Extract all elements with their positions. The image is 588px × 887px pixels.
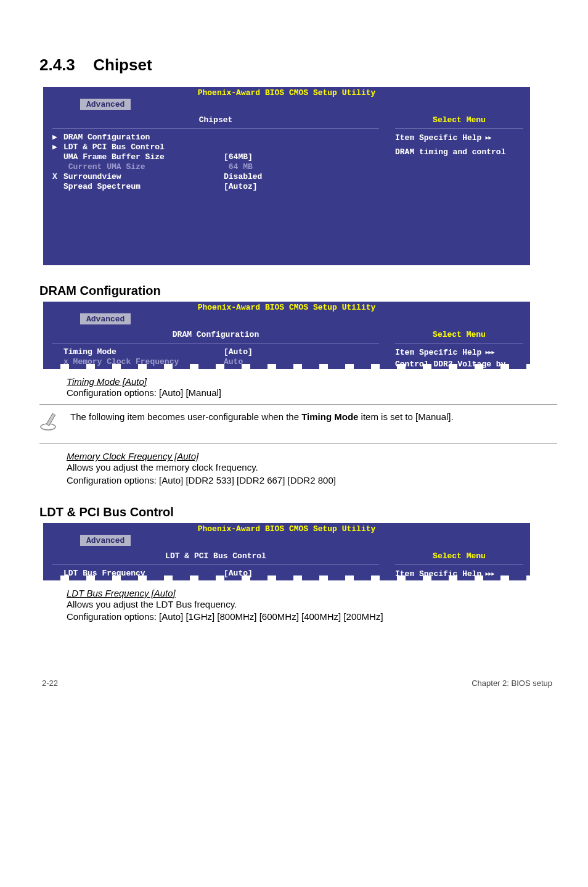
select-menu-header: Select Menu [395, 551, 523, 565]
cfg-value: Auto [224, 357, 243, 367]
blank-marker [52, 569, 63, 579]
help-line: Control DDR2 Voltage by software [395, 360, 523, 378]
subsection-heading-dram: DRAM Configuration [39, 284, 557, 298]
page-footer: 2-22 Chapter 2: BIOS setup [37, 679, 557, 688]
footer-chapter: Chapter 2: BIOS setup [472, 679, 552, 688]
cfg-row-ldt-pci[interactable]: ▶ LDT & PCI Bus Control [52, 142, 379, 152]
cfg-row-current-uma: Current UMA Size 64 MB [52, 162, 379, 172]
item-title-ldt-freq: LDT Bus Frequency [Auto] [67, 588, 557, 598]
select-menu-header: Select Menu [395, 330, 523, 344]
bios-chipset-panel: Phoenix-Award BIOS CMOS Setup Utility Ad… [43, 87, 530, 265]
select-menu-header: Select Menu [395, 115, 523, 129]
blank-marker [52, 182, 63, 192]
ldt-left-pane: LDT & PCI Bus Control LDT Bus Frequency … [43, 547, 388, 576]
disabled-marker-icon: X [52, 172, 63, 182]
cfg-value: [64MB] [224, 152, 253, 162]
bios-title-bar: Phoenix-Award BIOS CMOS Setup Utility [43, 302, 530, 313]
cfg-row-spread-spectrum[interactable]: Spread Spectreum [Autoz] [52, 182, 379, 192]
blank-marker [52, 162, 63, 172]
chipset-help-pane: Select Menu Item Specific Help DRAM timi… [388, 111, 530, 265]
cfg-label: Timing Mode [63, 347, 224, 357]
item-body-timing-mode: Configuration options: [Auto] [Manual] [67, 387, 539, 399]
bios-tab-row: Advanced [43, 535, 530, 546]
cfg-row-timing-mode[interactable]: Timing Mode [Auto] [52, 347, 379, 357]
ldt-pane-title: LDT & PCI Bus Control [52, 551, 379, 565]
item-body-memclk-2: Configuration options: [Auto] [DDR2 533]… [67, 474, 539, 487]
cfg-row-dram-config[interactable]: ▶ DRAM Configuration [52, 133, 379, 142]
bios-ldt-panel: Phoenix-Award BIOS CMOS Setup Utility Ad… [43, 523, 530, 576]
bios-tab-row: Advanced [43, 99, 530, 110]
cfg-value: Disabled [224, 172, 262, 182]
item-body-ldt-1: Allows you adjust the LDT Bus frequency. [67, 598, 539, 611]
bios-title-bar: Phoenix-Award BIOS CMOS Setup Utility [43, 87, 530, 99]
help-line: DRAM timing and control [395, 147, 523, 157]
dram-help-pane: Select Menu Item Specific Help Control D… [388, 326, 530, 364]
section-title: Chipset [93, 56, 152, 74]
chipset-pane-title: Chipset [52, 115, 379, 129]
cfg-label: UMA Frame Buffer Size [63, 152, 224, 162]
blank-marker [52, 152, 63, 162]
help-line: Item Specific Help [395, 347, 523, 357]
cfg-value: 64 MB [224, 162, 253, 172]
pencil-note-icon [39, 412, 70, 434]
help-line: Item Specific Help [395, 569, 523, 579]
cfg-label: Surroundview [63, 172, 224, 182]
subsection-heading-ldt: LDT & PCI Bus Control [39, 505, 557, 519]
help-line: Item Specific Help [395, 133, 523, 142]
section-heading: 2.4.3 Chipset [39, 56, 557, 75]
cfg-label: LDT Bus Frequency [63, 569, 224, 579]
blank-marker [52, 347, 63, 357]
dram-left-pane: DRAM Configuration Timing Mode [Auto] x … [43, 326, 388, 364]
cfg-row-uma-frame[interactable]: UMA Frame Buffer Size [64MB] [52, 152, 379, 162]
cfg-label: x Memory Clock Frequency [63, 357, 224, 367]
cfg-label: Current UMA Size [63, 162, 224, 172]
tab-advanced[interactable]: Advanced [80, 535, 131, 546]
chipset-left-pane: Chipset ▶ DRAM Configuration ▶ LDT & PCI… [43, 111, 388, 265]
tab-advanced[interactable]: Advanced [80, 313, 131, 324]
item-title-memclk: Memory Clock Frequency [Auto] [67, 451, 557, 461]
section-number: 2.4.3 [39, 56, 89, 75]
cfg-row-surroundview[interactable]: X Surroundview Disabled [52, 172, 379, 182]
item-body-memclk-1: Allows you adjust the memory clock frequ… [67, 461, 539, 474]
cfg-label: Spread Spectreum [63, 182, 224, 192]
submenu-marker-icon: ▶ [52, 133, 63, 142]
footer-page-number: 2-22 [42, 679, 58, 688]
submenu-marker-icon: ▶ [52, 142, 63, 152]
cfg-label: LDT & PCI Bus Control [63, 142, 224, 152]
tab-advanced[interactable]: Advanced [80, 99, 131, 110]
note-timing-mode: The following item becomes user-configur… [39, 404, 557, 444]
dram-pane-title: DRAM Configuration [52, 330, 379, 344]
blank-marker [52, 357, 63, 367]
ldt-help-pane: Select Menu Item Specific Help [388, 547, 530, 576]
item-body-ldt-2: Configuration options: [Auto] [1GHz] [80… [67, 611, 539, 623]
cfg-value: [Autoz] [224, 182, 258, 192]
cfg-label: DRAM Configuration [63, 133, 224, 142]
cfg-value: [Auto] [224, 569, 253, 579]
note-text: The following item becomes user-configur… [70, 411, 454, 423]
cfg-row-ldt-bus-freq[interactable]: LDT Bus Frequency [Auto] [52, 569, 379, 579]
bios-title-bar: Phoenix-Award BIOS CMOS Setup Utility [43, 523, 530, 535]
bios-dram-panel: Phoenix-Award BIOS CMOS Setup Utility Ad… [43, 302, 530, 364]
bios-tab-row: Advanced [43, 313, 530, 324]
cfg-value: [Auto] [224, 347, 253, 357]
cfg-row-mem-clock: x Memory Clock Frequency Auto [52, 357, 379, 367]
